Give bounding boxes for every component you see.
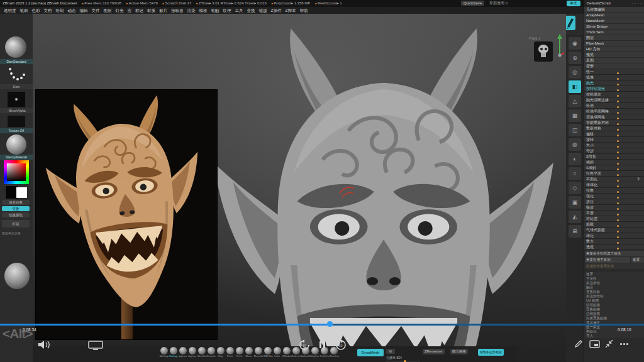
menu-item[interactable]: 材质 (147, 8, 155, 13)
tool-palette-item[interactable]: 预览 (584, 52, 644, 57)
deformation-slider[interactable]: 变换成网格 (584, 114, 644, 120)
tray-brush[interactable]: digLaci (178, 347, 187, 358)
stroke-thumbnail[interactable] (8, 67, 25, 83)
deformation-slider[interactable]: 松弛 (584, 103, 644, 109)
menu-item[interactable]: 缩放 (259, 8, 267, 13)
tray-brush[interactable]: MatCap (159, 347, 169, 358)
brush-thumbnail[interactable] (5, 36, 26, 58)
deformation-slider[interactable]: 重新对称 (584, 126, 644, 131)
switch-color-button[interactable]: 交换 (2, 206, 30, 211)
repeat-other-button[interactable]: 重复应用于其他 (585, 257, 630, 263)
tool-palette-section[interactable]: 导入 (584, 334, 644, 338)
deformation-slider[interactable]: 重力 (584, 239, 644, 244)
subtool-thumbnail[interactable] (534, 41, 553, 62)
right-shelf-icon[interactable]: ▣ (569, 196, 581, 209)
tool-palette-section[interactable]: 遮罩 (584, 272, 644, 277)
tool-palette-section[interactable]: 初始化 (584, 329, 644, 334)
deformation-slider[interactable]: 平面化 (584, 177, 644, 182)
right-shelf-icon[interactable]: ◎ (569, 66, 581, 79)
right-shelf-icon[interactable]: ◐ (569, 153, 581, 165)
panel-header-icons[interactable]: ···· (632, 0, 643, 7)
deformation-slider[interactable]: 气球式膨胀 (584, 228, 644, 233)
axis-gizmo[interactable] (555, 34, 565, 58)
menu-item[interactable]: 文件 (92, 8, 100, 13)
mini-player-icon[interactable] (589, 340, 600, 348)
tool-palette-item[interactable]: NanoMesh (584, 18, 644, 23)
tray-brush[interactable]: MoveTo (253, 347, 263, 358)
tool-palette-item[interactable]: Slime Bridge (584, 24, 644, 29)
right-shelf-icon[interactable]: ◍ (569, 138, 581, 151)
tool-palette-section[interactable]: 变换目标 (584, 290, 644, 294)
screen-share-icon[interactable] (88, 341, 103, 350)
deformation-slider[interactable]: 扭曲 (584, 188, 644, 194)
menu-item[interactable]: 笔刷 (20, 8, 28, 13)
deformation-slider[interactable]: 平滑 (584, 211, 644, 216)
menu-item[interactable]: 变换 (247, 8, 255, 13)
tool-palette-section[interactable]: 可见性 (584, 277, 644, 281)
tool-palette-item[interactable]: 表面 (584, 58, 644, 63)
material-thumbnail[interactable] (6, 134, 26, 155)
tool-palette-section[interactable]: 纹理贴图 (584, 303, 644, 307)
texture-name-label[interactable]: Texture Off (0, 128, 33, 133)
tool-preview-sphere[interactable] (4, 263, 30, 289)
menu-item[interactable]: 动态 (68, 8, 76, 13)
deformation-slider[interactable]: 噪波 (584, 205, 644, 211)
tray-brush[interactable]: Move (244, 347, 253, 358)
deformation-slider[interactable]: 球化 (584, 233, 644, 239)
right-shelf-icon[interactable]: ⊞ (569, 225, 581, 238)
right-shelf-icon[interactable]: ◧ (569, 80, 581, 93)
tray-brush[interactable]: Paint (225, 347, 235, 358)
deformation-slider[interactable]: 智能重新对称 (584, 120, 644, 126)
deformation-slider[interactable]: 松弛平面网格 (584, 109, 644, 114)
deformation-slider[interactable]: 按组抛光 (584, 92, 644, 97)
alpha-thumbnail[interactable] (8, 92, 25, 107)
deformation-slider[interactable]: 大小 (584, 143, 644, 148)
tray-brush[interactable]: digLaci (187, 347, 197, 358)
deformation-slider[interactable]: 挤压 (584, 199, 644, 205)
stroke-name-label[interactable]: Dots (0, 84, 33, 89)
deformation-slider[interactable]: 透视 (584, 244, 644, 250)
deformation-slider[interactable]: 对比度 (584, 216, 644, 222)
tool-palette-item[interactable]: Thick Skin (584, 30, 644, 35)
right-shelf-icon[interactable]: ▦ (569, 109, 581, 122)
deformation-slider[interactable]: 抛光清晰边缘 (584, 97, 644, 103)
tool-palette-section[interactable]: 置换贴图 (584, 307, 644, 312)
brush-name-label[interactable]: DamStandard (0, 59, 33, 64)
right-shelf-icon[interactable]: ◭ (569, 211, 581, 223)
video-playhead[interactable] (327, 321, 333, 327)
exit-fullscreen-icon[interactable] (604, 339, 614, 348)
pause-button[interactable] (319, 341, 321, 348)
deformation-slider[interactable]: 统一 (584, 69, 644, 75)
more-options-icon[interactable] (620, 343, 622, 345)
tray-brush[interactable]: Smooth (206, 347, 216, 358)
pen-tool-button[interactable] (565, 16, 575, 30)
deformation-slider[interactable]: 偏移 (584, 131, 644, 137)
menu-item[interactable]: 影片 (159, 8, 167, 13)
lightbox-button[interactable]: 灯箱 (2, 220, 30, 228)
tool-palette-section[interactable]: UV 贴图 (584, 299, 644, 303)
menu-item[interactable]: 帮助 (299, 8, 308, 13)
tray-brush[interactable]: KnifeCu (319, 347, 329, 358)
tray-brush[interactable]: ClipCur (310, 347, 319, 358)
menu-item[interactable]: 笔触 (211, 8, 219, 13)
deformation-slider[interactable]: S倾斜 (584, 165, 644, 171)
menu-item[interactable]: Z插件 (271, 8, 282, 13)
alpha-name-label[interactable]: --BrushAlpha (0, 108, 33, 113)
alt-color-button[interactable]: 切换颜色 (2, 212, 30, 217)
menu-item[interactable]: 标记 (135, 8, 143, 13)
deformation-slider[interactable]: 旋转 (584, 137, 644, 143)
dynamesh-resolution-slider[interactable]: 分辨率 824 (386, 355, 420, 361)
tray-brush[interactable]: Pinch (235, 347, 244, 358)
pause-button-bar2[interactable] (323, 341, 325, 348)
menu-item[interactable]: 纹理 (223, 8, 231, 13)
quicksave-button[interactable]: QuickSave (461, 1, 484, 6)
secondary-color-swatch[interactable] (16, 187, 27, 198)
panel-expander-arrow[interactable]: › (637, 173, 640, 183)
material-name-label[interactable]: StartupMaterial (0, 155, 33, 160)
right-shelf-icon[interactable]: ⊕ (569, 52, 581, 64)
divide-button[interactable]: 细分网格 (450, 349, 468, 354)
repeat-mask-toggle[interactable]: 遮罩 (631, 257, 644, 263)
tool-palette-item[interactable]: 变形 (584, 63, 644, 69)
menu-item[interactable]: 灯光 (116, 8, 124, 13)
deformation-slider[interactable]: 倾斜 (584, 160, 644, 165)
